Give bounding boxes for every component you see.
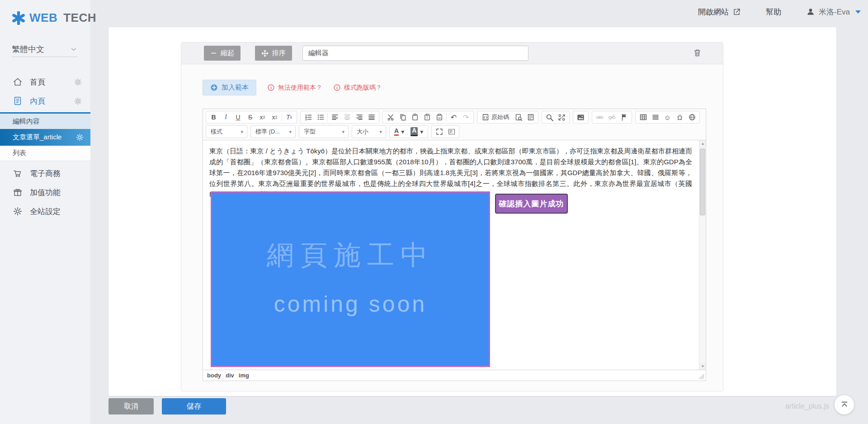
sidebar-item-home[interactable]: 首頁 (0, 72, 90, 91)
submenu-item-edit-content[interactable]: 編輯內容 (0, 114, 90, 129)
find-button[interactable] (543, 112, 556, 123)
submenu-item-article-menu[interactable]: 文章選單_article (0, 129, 90, 146)
gear-icon[interactable] (75, 133, 84, 142)
sidebar-item-ecommerce[interactable]: 電子商務 (0, 164, 90, 183)
paste-button[interactable] (409, 112, 421, 123)
editor-content-area[interactable]: 東京（日語：東京 / とうきょう Tōkyō）是位於日本關東地方的都市，狹義上指… (203, 140, 706, 370)
path-element-body[interactable]: body (207, 372, 221, 379)
toolbar-separator (327, 113, 328, 121)
path-element-img[interactable]: img (239, 372, 249, 379)
strikethrough-button[interactable]: S (244, 112, 256, 123)
toolbar-group-tools (431, 125, 459, 138)
sidebar-item-inner-pages[interactable]: 內頁 (0, 91, 90, 110)
numbered-list-button[interactable] (302, 112, 314, 123)
sidebar-item-label: 加值功能 (30, 187, 61, 198)
bulleted-list-button[interactable] (314, 112, 326, 123)
italic-button[interactable]: I (220, 112, 232, 123)
save-button[interactable]: 儲存 (162, 398, 226, 414)
format-dropdown[interactable]: 標準 (D... ▾ (250, 125, 296, 138)
collapse-button[interactable]: 縮起 (204, 46, 241, 61)
link-button[interactable] (594, 112, 606, 123)
template-row: 加入範本 無法使用範本？ 樣式跑版嗎？ (203, 80, 723, 95)
copy-button[interactable] (396, 112, 409, 123)
table-button[interactable] (637, 112, 649, 123)
add-template-button[interactable]: 加入範本 (203, 80, 256, 95)
styles-dropdown[interactable]: 樣式 ▾ (206, 125, 247, 138)
image-button[interactable] (575, 112, 587, 123)
size-dropdown-label: 大小 (357, 128, 368, 136)
paste-as-text-button[interactable]: T (421, 112, 433, 123)
gear-icon[interactable] (74, 97, 82, 105)
font-dropdown[interactable]: 字型 ▾ (299, 125, 349, 138)
rich-text-editor: B I U S x2 x2 Tx (203, 109, 706, 381)
confirm-image-inserted-button[interactable]: 確認插入圖片成功 (495, 194, 568, 214)
globe-icon (689, 114, 696, 121)
delete-module-button[interactable] (693, 48, 702, 57)
resize-grip-icon[interactable] (698, 373, 705, 380)
document-icon (13, 96, 23, 106)
underline-button[interactable]: U (232, 112, 244, 123)
scroll-up-arrow-icon[interactable]: ▲ (699, 140, 706, 147)
source-button[interactable]: 原始碼 (479, 112, 512, 123)
redo-button[interactable]: ↷ (460, 112, 472, 123)
paste-from-word-button[interactable]: W (433, 112, 445, 123)
justify-button[interactable] (365, 112, 377, 123)
scroll-down-arrow-icon[interactable]: ▼ (699, 363, 706, 370)
replace-button[interactable] (556, 112, 568, 123)
caret-down-icon: ▾ (342, 129, 344, 135)
sidebar-item-site-settings[interactable]: 全站設定 (0, 202, 90, 221)
path-element-div[interactable]: div (226, 372, 234, 379)
toolbar-separator (446, 113, 447, 121)
align-left-button[interactable] (329, 112, 341, 123)
bold-button[interactable]: B (208, 112, 220, 123)
image-placeholder-text-zh: 網頁施工中 (267, 237, 434, 274)
background-color-button[interactable]: A ▾ (407, 126, 426, 137)
toolbar-group-clipboard: T W ↶ ↷ (382, 111, 474, 124)
elements-path-bar: body div img (203, 370, 706, 381)
align-right-button[interactable] (353, 112, 365, 123)
asterisk-logo-icon (12, 11, 25, 25)
superscript-button[interactable]: x2 (269, 112, 281, 123)
editor-toolbar-row2: 樣式 ▾ 標準 (D... ▾ 字型 ▾ 大小 ▾ (203, 125, 706, 140)
subscript-button[interactable]: x2 (256, 112, 269, 123)
editor-scrollbar[interactable]: ▲ ▼ (699, 140, 706, 370)
open-site-link[interactable]: 開啟網站 (698, 7, 741, 17)
content-card: 縮起 排序 加入範本 無法使用範本？ (108, 27, 836, 396)
templates-button[interactable] (524, 112, 537, 123)
user-menu[interactable]: 米洛-Eva (806, 7, 861, 17)
sidebar-item-addons[interactable]: 加值功能 (0, 183, 90, 202)
horizontal-rule-button[interactable] (649, 112, 661, 123)
special-char-button[interactable]: Ω (674, 112, 686, 123)
sidebar-item-label: 全站設定 (30, 206, 61, 217)
text-color-button[interactable]: A ▾ (391, 126, 407, 137)
copy-icon (399, 114, 406, 121)
cut-button[interactable] (384, 112, 396, 123)
maximize-button[interactable] (433, 126, 445, 137)
undo-button[interactable]: ↶ (448, 112, 460, 123)
module-title-input[interactable] (302, 46, 528, 61)
hint-style-broken[interactable]: 樣式跑版嗎？ (333, 84, 382, 92)
language-selector[interactable]: 繁體中文 (12, 42, 78, 57)
align-center-button[interactable] (341, 112, 353, 123)
inserted-image-selected[interactable]: 網頁施工中 coming soon (211, 191, 490, 367)
cancel-button[interactable]: 取消 (108, 398, 154, 414)
show-blocks-button[interactable] (445, 126, 458, 137)
anchor-button[interactable] (618, 112, 630, 123)
unlink-button[interactable] (606, 112, 618, 123)
scrollbar-thumb[interactable] (700, 148, 705, 215)
help-link[interactable]: 幫助 (766, 7, 781, 17)
scroll-to-top-button[interactable] (835, 395, 854, 414)
gear-icon[interactable] (74, 78, 82, 86)
preview-button[interactable] (512, 112, 524, 123)
topbar: 開啟網站 幫助 米洛-Eva (698, 4, 861, 20)
smiley-button[interactable]: ☺ (661, 112, 674, 123)
sort-button[interactable]: 排序 (255, 46, 292, 61)
hint-cannot-use-template[interactable]: 無法使用範本？ (267, 84, 322, 92)
submenu-item-list[interactable]: 列表 (0, 146, 90, 161)
remove-format-button[interactable]: Tx (283, 112, 295, 123)
iframe-button[interactable] (686, 112, 698, 123)
numbered-list-icon (305, 114, 312, 121)
size-dropdown[interactable]: 大小 ▾ (352, 125, 386, 138)
sidebar-item-label: 首頁 (30, 77, 45, 87)
plus-circle-icon (210, 84, 218, 91)
